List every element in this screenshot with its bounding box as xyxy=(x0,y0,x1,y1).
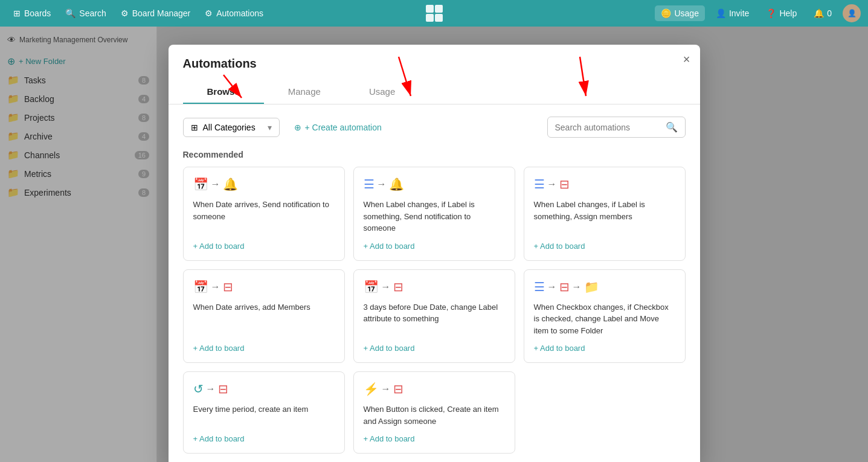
bell-icon: 🔔 xyxy=(389,177,404,191)
automation-card-3: ☰ → ⊟ When Label changes, if Label is so… xyxy=(524,167,686,261)
card-6-desc: When Checkbox changes, if Checkbox is ch… xyxy=(534,301,675,337)
card-4-desc: When Date arrives, add Members xyxy=(193,301,335,337)
boards-icon: ⊞ xyxy=(13,8,21,18)
card-4-icons: 📅 → ⊟ xyxy=(193,280,335,294)
automation-card-2: ☰ → 🔔 When Label changes, if Label is so… xyxy=(353,167,515,261)
card-1-icons: 📅 → 🔔 xyxy=(193,177,335,191)
task-icon: ⊟ xyxy=(393,382,403,396)
add-to-board-button-1[interactable]: + Add to board xyxy=(193,242,335,251)
calendar-icon: 📅 xyxy=(193,280,208,294)
tab-usage[interactable]: Usage xyxy=(345,80,419,104)
automation-card-8: ⚡ → ⊟ When Button is clicked, Create an … xyxy=(353,371,515,454)
avatar[interactable]: 👤 xyxy=(843,4,861,22)
arrow-icon: → xyxy=(547,179,557,190)
close-button[interactable]: × xyxy=(683,53,690,65)
task-icon: ⊟ xyxy=(218,382,228,396)
card-2-desc: When Label changes, if Label is somethin… xyxy=(364,199,505,234)
board-manager-button[interactable]: ⚙ Board Manager xyxy=(115,5,197,21)
arrow-icon: → xyxy=(211,281,220,292)
arrow-icon: → xyxy=(211,179,220,190)
modal-overlay: Automations × Browse Manage Usage ⊞ All … xyxy=(0,27,868,462)
add-to-board-button-7[interactable]: + Add to board xyxy=(193,434,335,443)
card-8-desc: When Button is clicked, Create an item a… xyxy=(364,403,505,427)
user-icon: 👤 xyxy=(716,8,726,18)
main-layout: 👁 Marketing Management Overview ⊕ + New … xyxy=(0,27,868,462)
label-icon: ☰ xyxy=(534,177,545,191)
cards-grid-2: ↺ → ⊟ Every time period, create an item … xyxy=(183,371,686,454)
search-icon: 🔍 xyxy=(666,121,678,133)
card-5-icons: 📅 → ⊟ xyxy=(364,280,505,294)
card-3-desc: When Label changes, if Label is somethin… xyxy=(534,199,675,234)
category-select[interactable]: ⊞ All Categories ▾ xyxy=(183,118,280,137)
arrow-icon: → xyxy=(572,281,582,292)
invite-button[interactable]: 👤 Invite xyxy=(710,5,755,21)
modal-header: Automations × Browse Manage Usage xyxy=(169,45,700,104)
recommended-label: Recommended xyxy=(183,150,686,159)
controls-row: ⊞ All Categories ▾ ⊕ + Create automation… xyxy=(183,117,686,138)
svg-rect-3 xyxy=(435,14,443,22)
lightning-icon: ⚡ xyxy=(364,382,379,396)
card-7-desc: Every time period, create an item xyxy=(193,403,335,427)
add-to-board-button-5[interactable]: + Add to board xyxy=(364,344,505,353)
add-to-board-button-2[interactable]: + Add to board xyxy=(364,242,505,251)
arrow-icon: → xyxy=(381,281,391,292)
task-icon: ⊟ xyxy=(559,177,570,191)
search-automations-box: 🔍 xyxy=(547,117,686,138)
arrow-icon: → xyxy=(377,179,387,190)
automations-icon: ⚙ xyxy=(205,8,213,18)
arrow-icon: → xyxy=(547,281,557,292)
help-icon: ❓ xyxy=(766,8,776,18)
task-icon: ⊟ xyxy=(559,280,570,294)
arrow-icon: → xyxy=(206,383,216,394)
card-5-desc: 3 days before Due Date, change Label att… xyxy=(364,301,505,337)
automation-card-6: ☰ → ⊟ → 📁 When Checkbox changes, if Chec… xyxy=(524,269,686,364)
members-icon: ⊟ xyxy=(223,280,233,294)
gear-icon: ⚙ xyxy=(121,8,129,18)
grid-icon: ⊞ xyxy=(191,123,198,132)
search-automations-input[interactable] xyxy=(555,123,661,132)
notifications-button[interactable]: 🔔 0 xyxy=(808,5,838,21)
tab-browse[interactable]: Browse xyxy=(183,80,264,104)
create-automation-button[interactable]: ⊕ + Create automation xyxy=(287,118,389,136)
search-button[interactable]: 🔍 Search xyxy=(59,5,112,21)
automation-card-1: 📅 → 🔔 When Date arrives, Send notificati… xyxy=(183,167,345,261)
label-icon: ⊟ xyxy=(393,280,403,294)
card-7-icons: ↺ → ⊟ xyxy=(193,382,335,396)
automation-card-7: ↺ → ⊟ Every time period, create an item … xyxy=(183,371,345,454)
chevron-down-icon: ▾ xyxy=(268,123,272,132)
automations-modal: Automations × Browse Manage Usage ⊞ All … xyxy=(169,45,700,462)
usage-button[interactable]: 🪙 Usage xyxy=(655,5,704,21)
card-6-icons: ☰ → ⊟ → 📁 xyxy=(534,280,675,294)
modal-body: ⊞ All Categories ▾ ⊕ + Create automation… xyxy=(169,104,700,462)
card-3-icons: ☰ → ⊟ xyxy=(534,177,675,191)
top-nav: ⊞ Boards 🔍 Search ⚙ Board Manager ⚙ Auto… xyxy=(0,0,868,27)
plus-circle-icon: ⊕ xyxy=(294,123,301,132)
card-2-icons: ☰ → 🔔 xyxy=(364,177,505,191)
search-icon: 🔍 xyxy=(65,8,76,18)
automations-button[interactable]: ⚙ Automations xyxy=(199,5,269,21)
app-logo xyxy=(425,4,444,23)
repeat-icon: ↺ xyxy=(193,382,204,396)
help-button[interactable]: ❓ Help xyxy=(760,5,803,21)
svg-rect-2 xyxy=(426,14,434,22)
checkbox-icon: ☰ xyxy=(534,280,545,294)
svg-rect-0 xyxy=(426,5,434,13)
coin-icon: 🪙 xyxy=(661,8,671,18)
label-icon: ☰ xyxy=(364,177,375,191)
modal-title: Automations xyxy=(183,57,686,71)
add-to-board-button-4[interactable]: + Add to board xyxy=(193,344,335,353)
svg-rect-1 xyxy=(435,5,443,13)
modal-tabs: Browse Manage Usage xyxy=(183,80,686,104)
nav-right: 🪙 Usage 👤 Invite ❓ Help 🔔 0 👤 xyxy=(655,4,861,22)
tab-manage[interactable]: Manage xyxy=(264,80,345,104)
calendar-icon: 📅 xyxy=(193,177,208,191)
add-to-board-button-3[interactable]: + Add to board xyxy=(534,242,675,251)
boards-button[interactable]: ⊞ Boards xyxy=(7,5,57,21)
bell-icon: 🔔 xyxy=(814,8,824,18)
cards-grid: 📅 → 🔔 When Date arrives, Send notificati… xyxy=(183,167,686,363)
automation-card-4: 📅 → ⊟ When Date arrives, add Members + A… xyxy=(183,269,345,364)
add-to-board-button-6[interactable]: + Add to board xyxy=(534,344,675,353)
folder-icon: 📁 xyxy=(584,280,599,294)
bell-icon: 🔔 xyxy=(223,177,238,191)
add-to-board-button-8[interactable]: + Add to board xyxy=(364,434,505,443)
